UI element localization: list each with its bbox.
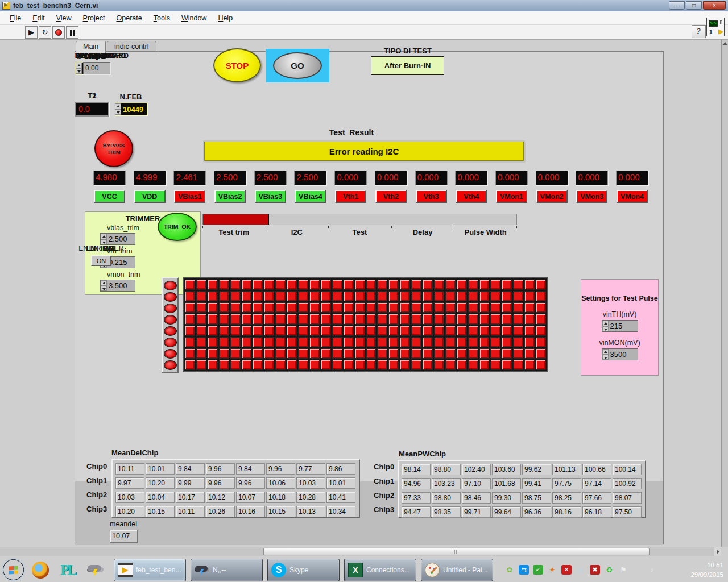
measurement-status-button[interactable]: VMon2: [536, 190, 568, 203]
go-button[interactable]: GO: [273, 52, 322, 79]
channel-led: [219, 291, 229, 301]
taskbar-app-button[interactable]: Connections...: [344, 559, 416, 581]
abort-button[interactable]: [52, 26, 65, 39]
vertical-scrollbar[interactable]: [721, 40, 728, 547]
table-cell: 100.92: [613, 478, 642, 489]
shield-icon[interactable]: ✓: [533, 565, 543, 575]
channel-led: [423, 314, 433, 324]
trimmer-value[interactable]: 2.500: [107, 234, 135, 244]
measurement-status-button[interactable]: Vth3: [416, 190, 447, 203]
channel-led: [264, 337, 274, 347]
taskbar-app-button[interactable]: N,,--: [191, 559, 263, 581]
close-button[interactable]: ×: [703, 1, 726, 10]
go-button-frame: GO: [266, 49, 329, 82]
app-icon[interactable]: ✦: [547, 565, 557, 575]
test-pulse-value[interactable]: 215: [609, 321, 638, 331]
run-continuous-button[interactable]: ↻: [39, 26, 51, 39]
channel-led: [411, 348, 421, 359]
network-icon[interactable]: ⇅: [632, 565, 643, 575]
error-icon[interactable]: ✖: [590, 565, 600, 575]
minimize-button[interactable]: —: [669, 1, 685, 10]
measurement-status-button[interactable]: VCC: [94, 190, 125, 203]
measurement-value: 0.000: [576, 171, 608, 185]
measurement-status-button[interactable]: VMon3: [576, 190, 607, 203]
measurement-status-button[interactable]: VBias1: [174, 190, 205, 203]
table-cell: 100.14: [613, 464, 642, 475]
horizontal-scrollbar[interactable]: [0, 547, 721, 556]
menu-item[interactable]: Operate: [111, 13, 147, 24]
trimmer-spinner[interactable]: [101, 280, 107, 291]
channel-led: [355, 337, 365, 347]
menu-item[interactable]: Help: [213, 13, 238, 24]
tab-indic-contrl[interactable]: indic-contrl: [107, 41, 156, 52]
trimmer-spinner[interactable]: [101, 234, 107, 244]
measurement-status-button[interactable]: VMon1: [496, 190, 527, 203]
measurement-column: 0.000 VMon2: [536, 171, 568, 203]
context-help-button[interactable]: ?: [692, 25, 706, 38]
sync-icon[interactable]: ♻: [604, 565, 614, 575]
test-pulse-spinner[interactable]: [602, 321, 609, 331]
channel-led: [196, 314, 206, 324]
nfeb-spinner[interactable]: [115, 103, 121, 115]
channel-led: [275, 348, 286, 359]
menu-item[interactable]: Tools: [148, 13, 175, 24]
table-cell: 10.07: [236, 492, 265, 503]
menu-item[interactable]: Project: [78, 13, 110, 24]
menu-item[interactable]: Window: [176, 13, 212, 24]
measurement-status-button[interactable]: Vth1: [335, 190, 366, 203]
start-button[interactable]: [3, 559, 24, 580]
taskbar-app-button[interactable]: Untitled - Pai...: [421, 559, 493, 581]
test-pulse-spinner[interactable]: [602, 349, 609, 360]
test-pulse-value[interactable]: 3500: [609, 349, 638, 360]
measurement-status-button[interactable]: VBias3: [255, 190, 286, 203]
channel-led: [388, 314, 399, 324]
taskbar-app-button[interactable]: feb_test_ben...: [114, 559, 186, 581]
enable-on-button[interactable]: ON: [91, 255, 111, 266]
menu-item[interactable]: File: [5, 13, 26, 24]
taskbar-app-button[interactable]: Skype: [267, 559, 340, 581]
menu-item[interactable]: View: [51, 13, 77, 24]
measurement-status-button[interactable]: VBias2: [214, 190, 246, 203]
table-cell: 10.01: [146, 463, 175, 475]
horizontal-scrollbar-thumb[interactable]: [263, 548, 650, 555]
tipo-di-test-value[interactable]: After Burn-IN: [371, 56, 444, 75]
table-cell: 98.80: [432, 464, 461, 475]
trimmer-value[interactable]: 3.500: [107, 280, 135, 291]
run-button[interactable]: ▶: [25, 26, 38, 39]
taskbar-clock[interactable]: 10:51 29/09/2015: [690, 560, 723, 579]
alert-icon[interactable]: ✕: [561, 565, 572, 575]
measurement-status-button[interactable]: Vth2: [375, 190, 407, 203]
nfeb-value[interactable]: 10449: [121, 103, 147, 115]
restore-button[interactable]: □: [686, 1, 702, 10]
channel-led: [524, 326, 535, 336]
channel-led: [524, 291, 535, 301]
teamviewer-icon[interactable]: ⇆: [519, 565, 529, 575]
bypass-trim-button[interactable]: BYPASS TRIM: [94, 130, 133, 167]
measurement-column: 2.500 VBias2: [214, 171, 246, 203]
pl-app-icon[interactable]: PL: [59, 562, 76, 579]
measurement-status-button[interactable]: VDD: [134, 190, 166, 203]
scroll-right-arrow[interactable]: [714, 547, 721, 556]
measurement-status-button[interactable]: VMon4: [617, 190, 648, 203]
flag-icon[interactable]: ⚑: [618, 565, 628, 575]
stop-button[interactable]: STOP: [213, 48, 261, 82]
chip-led: [164, 281, 177, 290]
channel-led: [242, 291, 252, 301]
display-icon[interactable]: ▣: [576, 565, 586, 575]
measurement-status-button[interactable]: VBias4: [295, 190, 326, 203]
chip-led: [164, 315, 177, 325]
trim-ok-button[interactable]: TRIM_OK: [158, 213, 197, 241]
storm-app-icon[interactable]: [86, 562, 104, 579]
volume-icon[interactable]: ♪: [647, 565, 657, 575]
menu-item[interactable]: Edit: [27, 13, 50, 24]
vi-icon[interactable]: 1 ▶: [706, 18, 725, 36]
nfeb-control: N.FEB 10449: [114, 93, 147, 115]
channel-led: [275, 314, 286, 324]
measurement-status-button[interactable]: Vth4: [456, 190, 487, 203]
firefox-icon[interactable]: [32, 562, 49, 579]
tab-main[interactable]: Main: [76, 41, 106, 53]
channel-led: [445, 302, 456, 313]
measurement-value: 4.980: [93, 171, 126, 185]
leaf-icon[interactable]: ✿: [504, 565, 515, 575]
pause-button[interactable]: [66, 26, 78, 39]
